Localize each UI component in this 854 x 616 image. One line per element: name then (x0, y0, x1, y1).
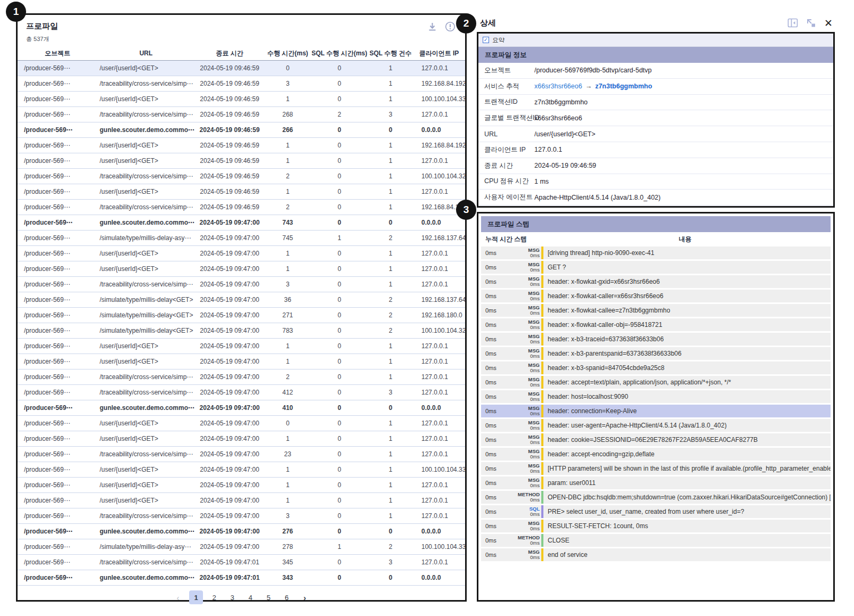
table-row[interactable]: /producer-569⋯/traceability/cross-servic… (18, 200, 465, 215)
detail-header: 상세 ✕ (477, 16, 835, 30)
table-row[interactable]: /producer-569⋯/user/{userId}<GET>2024-05… (18, 261, 465, 277)
close-icon[interactable]: ✕ (824, 18, 833, 28)
table-row[interactable]: /producer-569⋯/traceability/cross-servic… (18, 169, 465, 184)
table-row[interactable]: /producer-569⋯/simulate/type/millis-dela… (18, 323, 465, 339)
cell-sql-count: 1 (368, 203, 413, 211)
trace-to-link[interactable]: z7n3tb6ggmbmho (595, 83, 652, 90)
cell-client-ip: 192.168.84.192 (413, 142, 466, 149)
cell-elapsed-ms: 1 (265, 358, 311, 365)
pagination-next-button[interactable]: › (298, 590, 312, 604)
step-row[interactable]: 0msMSG0msheader: x-b3-traceid=6373638f36… (481, 333, 831, 346)
pagination-page-button[interactable]: 1 (189, 590, 203, 604)
table-row[interactable]: /producer-569⋯/traceability/cross-servic… (18, 447, 465, 462)
table-row[interactable]: /producer-569⋯/user/{userId}<GET>2024-05… (18, 416, 465, 431)
pagination-page-button[interactable]: 2 (207, 590, 221, 604)
pagination-prev-button[interactable]: ‹ (171, 590, 185, 604)
table-row[interactable]: /producer-569⋯/user/{userId}<GET>2024-05… (18, 138, 465, 153)
table-row[interactable]: /producer-569⋯gunlee.scouter.demo.commo⋯… (18, 400, 465, 416)
cell-end-time: 2024-05-19 09:47:00 (194, 281, 265, 288)
download-icon[interactable] (427, 22, 437, 32)
summary-toggle[interactable]: ✓ 요약 (478, 34, 833, 47)
expand-icon[interactable] (806, 18, 816, 28)
step-row[interactable]: 0msMSG0msheader: host=localhost:9090 (481, 390, 831, 403)
step-type-label: MSG0ms (514, 419, 540, 432)
cell-end-time: 2024-05-19 09:47:00 (194, 327, 265, 334)
table-row[interactable]: /producer-569⋯/user/{userId}<GET>2024-05… (18, 246, 465, 261)
trace-from-link[interactable]: x66sr3hsr66eo6 (534, 83, 582, 90)
cell-object: /producer-569⋯ (18, 543, 97, 551)
table-row[interactable]: /producer-569⋯gunlee.scouter.demo.commo⋯… (18, 570, 465, 586)
table-row[interactable]: /producer-569⋯/user/{userId}<GET>2024-05… (18, 61, 465, 76)
step-row[interactable]: 0msMSG0msheader: x-flowkat-callee=z7n3tb… (481, 304, 831, 317)
cell-elapsed-ms: 345 (265, 558, 311, 566)
step-type-label: MSG0ms (514, 304, 540, 317)
step-row[interactable]: 0msMSG0msheader: x-flowkat-caller-obj=-9… (481, 318, 831, 331)
step-row[interactable]: 0msMSG0msheader: accept-encoding=gzip,de… (481, 448, 831, 461)
cell-object: /producer-569⋯ (18, 126, 97, 134)
cell-sql-count: 1 (368, 250, 413, 257)
step-row[interactable]: 0msMETHOD0msCLOSE (481, 534, 831, 547)
step-row[interactable]: 0msMSG0msheader: x-b3-parentspanid=63736… (481, 347, 831, 360)
table-row[interactable]: /producer-569⋯/user/{userId}<GET>2024-05… (18, 153, 465, 169)
step-duration: 0ms (530, 411, 540, 416)
cell-url: /traceability/cross-service/simp⋯ (97, 558, 194, 566)
step-row[interactable]: 0msMSG0msGET ? (481, 261, 831, 274)
cell-client-ip: 127.0.0.1 (413, 64, 465, 72)
table-row[interactable]: /producer-569⋯/traceability/cross-servic… (18, 277, 465, 292)
cell-client-ip: 127.0.0.1 (413, 358, 465, 365)
table-row[interactable]: /producer-569⋯/traceability/cross-servic… (18, 76, 465, 92)
info-label: 트랜잭션ID (478, 97, 534, 106)
step-row[interactable]: 0msMSG0msheader: user-agent=Apache-HttpC… (481, 419, 831, 432)
table-row[interactable]: /producer-569⋯gunlee.scouter.demo.commo⋯… (18, 215, 465, 231)
step-row[interactable]: 0msMSG0msheader: cookie=JSESSIONID=06E29… (481, 433, 831, 446)
summary-checkbox-icon[interactable]: ✓ (483, 37, 489, 43)
table-row[interactable]: /producer-569⋯/simulate/type/millis-dela… (18, 292, 465, 308)
alert-icon[interactable] (445, 21, 456, 32)
table-row[interactable]: /producer-569⋯/user/{userId}<GET>2024-05… (18, 354, 465, 369)
step-row[interactable]: 0msSQL0msPRE> select user_id, user_name,… (481, 505, 831, 518)
step-row[interactable]: 0msMSG0ms[driving thread] http-nio-9090-… (481, 247, 831, 259)
cell-object: /producer-569⋯ (18, 558, 97, 566)
table-row[interactable]: /producer-569⋯gunlee.scouter.demo.commo⋯… (18, 524, 465, 539)
table-row[interactable]: /producer-569⋯/traceability/cross-servic… (18, 369, 465, 385)
table-row[interactable]: /producer-569⋯/traceability/cross-servic… (18, 107, 465, 122)
collapse-panel-icon[interactable] (787, 18, 798, 28)
step-row[interactable]: 0msMSG0msend of service (481, 548, 831, 561)
table-row[interactable]: /producer-569⋯/traceability/cross-servic… (18, 555, 465, 570)
step-row[interactable]: 0msMSG0msparam: user0011 (481, 477, 831, 489)
table-row[interactable]: /producer-569⋯/user/{userId}<GET>2024-05… (18, 493, 465, 508)
total-count: 총 537개 (26, 35, 457, 43)
pagination-page-button[interactable]: 6 (280, 590, 294, 604)
table-row[interactable]: /producer-569⋯/user/{userId}<GET>2024-05… (18, 184, 465, 200)
pagination-page-button[interactable]: 3 (225, 590, 239, 604)
table-row[interactable]: /producer-569⋯/traceability/cross-servic… (18, 508, 465, 524)
cell-elapsed-ms: 2 (265, 203, 311, 211)
table-row[interactable]: /producer-569⋯/simulate/type/millis-dela… (18, 539, 465, 555)
cell-object: /producer-569⋯ (18, 265, 97, 273)
table-row[interactable]: /producer-569⋯/user/{userId}<GET>2024-05… (18, 478, 465, 493)
step-row[interactable]: 0msMSG0msheader: connection=Keep-Alive (481, 405, 831, 417)
step-row[interactable]: 0msMSG0msRESULT-SET-FETCH: 1count, 0ms (481, 520, 831, 532)
cell-end-time: 2024-05-19 09:47:00 (194, 481, 265, 489)
table-row[interactable]: /producer-569⋯/user/{userId}<GET>2024-05… (18, 431, 465, 447)
step-duration: 0ms (530, 540, 540, 546)
step-row[interactable]: 0msMSG0msheader: x-b3-spanid=847054cbde9… (481, 362, 831, 374)
step-row[interactable]: 0msMSG0ms[HTTP parameters] will be shown… (481, 462, 831, 475)
step-row[interactable]: 0msMSG0msheader: accept=text/plain, appl… (481, 376, 831, 389)
step-row[interactable]: 0msMSG0msheader: x-flowkat-caller=x66sr3… (481, 290, 831, 302)
table-row[interactable]: /producer-569⋯/user/{userId}<GET>2024-05… (18, 339, 465, 354)
table-row[interactable]: /producer-569⋯/traceability/cross-servic… (18, 385, 465, 400)
step-row[interactable]: 0msMETHOD0msOPEN-DBC jdbc:hsqldb:mem;shu… (481, 491, 831, 504)
table-row[interactable]: /producer-569⋯/simulate/type/millis-dela… (18, 231, 465, 246)
table-row[interactable]: /producer-569⋯gunlee.scouter.demo.commo⋯… (18, 122, 465, 138)
table-row[interactable]: /producer-569⋯/user/{userId}<GET>2024-05… (18, 92, 465, 107)
step-row[interactable]: 0msMSG0msheader: x-flowkat-gxid=x66sr3hs… (481, 275, 831, 288)
column-header: SQL 수행 시간(ms) (311, 49, 368, 58)
pagination-page-button[interactable]: 5 (262, 590, 275, 604)
table-row[interactable]: /producer-569⋯/simulate/type/millis-dela… (18, 308, 465, 323)
pagination-page-button[interactable]: 4 (243, 590, 257, 604)
table-row[interactable]: /producer-569⋯/user/{userId}<GET>2024-05… (18, 462, 465, 478)
cell-sql-ms: 1 (311, 234, 368, 242)
cell-object: /producer-569⋯ (18, 512, 97, 520)
steps-col-step: 스텝 (514, 235, 540, 244)
